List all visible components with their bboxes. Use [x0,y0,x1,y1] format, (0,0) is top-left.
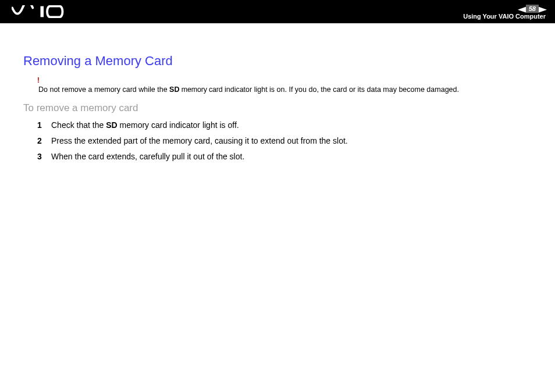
step-number: 1 [37,120,42,131]
prev-page-arrow-icon[interactable]: ◀ [518,5,526,13]
warning-text-bold: SD [169,85,179,94]
section-title: Using Your VAIO Computer [463,13,546,20]
list-item: 3 When the card extends, carefully pull … [37,151,532,162]
step-text-pre: When the card extends, carefully pull it… [51,152,244,161]
page-title: Removing a Memory Card [23,54,532,69]
list-item: 1 Check that the SD memory card indicato… [37,120,532,131]
page-navigator: ◀ 58 ▶ [519,5,546,13]
warning-text-pre: Do not remove a memory card while the [38,85,169,94]
steps-list: 1 Check that the SD memory card indicato… [23,120,532,162]
warning-text-mid: memory card [179,85,222,94]
list-item: 2 Press the extended part of the memory … [37,136,532,147]
step-text-pre: Check that the [51,120,106,130]
step-text-post: memory card indicator light is off. [118,120,239,130]
page-number-badge: 58 [526,5,539,13]
vaio-logo [12,5,76,18]
header-right: ◀ 58 ▶ Using Your VAIO Computer [463,3,546,20]
step-text-bold: SD [106,120,117,130]
next-page-arrow-icon[interactable]: ▶ [539,5,547,13]
sub-heading: To remove a memory card [23,102,532,114]
warning-block: ! Do not remove a memory card while the … [23,77,532,94]
header-bar: ◀ 58 ▶ Using Your VAIO Computer [0,0,555,23]
vaio-logo-icon [12,5,76,18]
svg-rect-0 [41,6,44,17]
step-number: 3 [37,151,42,162]
warning-text: Do not remove a memory card while the SD… [38,85,459,94]
page-content: Removing a Memory Card ! Do not remove a… [0,23,555,162]
warning-text-post: indicator light is on. If you do, the ca… [222,85,458,94]
step-text-pre: Press the extended part of the memory ca… [51,136,348,145]
warning-icon: ! [37,77,532,84]
step-number: 2 [37,136,42,147]
